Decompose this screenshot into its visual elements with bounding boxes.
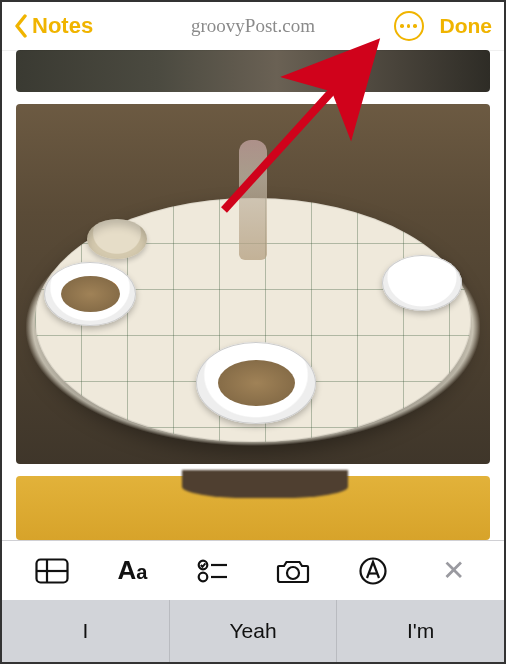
keyboard-suggestions-bar: I Yeah I'm — [2, 600, 504, 662]
checklist-icon — [197, 558, 229, 584]
table-button[interactable] — [30, 549, 74, 593]
markup-button[interactable] — [351, 549, 395, 593]
suggestion-item[interactable]: I'm — [337, 600, 504, 662]
back-button[interactable]: Notes — [14, 13, 93, 39]
watermark-text: groovyPost.com — [191, 15, 315, 37]
suggestion-item[interactable]: I — [2, 600, 170, 662]
camera-button[interactable] — [271, 549, 315, 593]
table-icon — [35, 558, 69, 584]
markup-icon — [358, 556, 388, 586]
checklist-button[interactable] — [191, 549, 235, 593]
close-icon: ✕ — [442, 554, 465, 587]
header-bar: Notes groovyPost.com Done — [2, 2, 504, 50]
annotation-arrow — [214, 50, 414, 234]
more-options-button[interactable] — [394, 11, 424, 41]
close-toolbar-button[interactable]: ✕ — [432, 549, 476, 593]
camera-icon — [276, 558, 310, 584]
suggestion-item[interactable]: Yeah — [170, 600, 338, 662]
svg-line-10 — [224, 56, 364, 210]
done-button[interactable]: Done — [440, 14, 493, 38]
text-format-button[interactable]: Aa — [110, 549, 154, 593]
svg-point-5 — [199, 572, 208, 581]
note-image[interactable] — [16, 476, 490, 540]
svg-point-7 — [287, 567, 299, 579]
chevron-left-icon — [14, 14, 28, 38]
back-label: Notes — [32, 13, 93, 39]
formatting-toolbar: Aa ✕ — [2, 540, 504, 600]
text-format-icon: Aa — [118, 555, 148, 586]
